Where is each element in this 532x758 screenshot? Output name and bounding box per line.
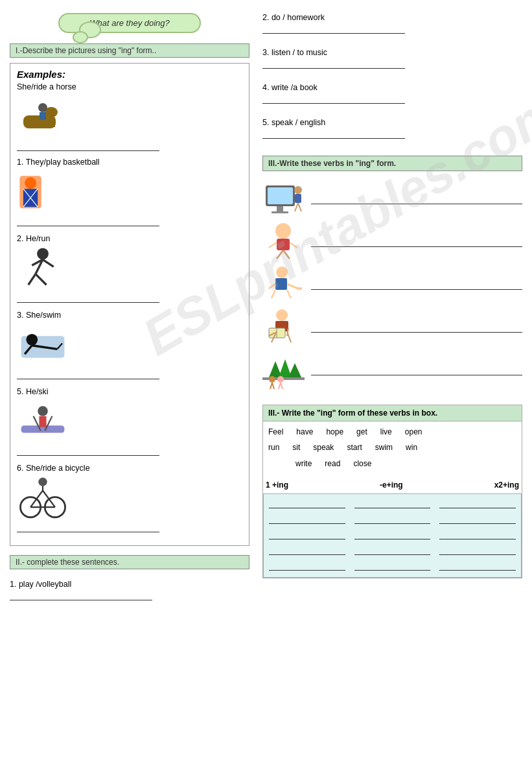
right-answer-3[interactable] bbox=[262, 60, 405, 69]
verb-sit: sit bbox=[292, 441, 300, 454]
figure-basketball bbox=[17, 169, 69, 215]
right-answer-2[interactable] bbox=[262, 25, 405, 34]
right-sentence-2: 2. do / homework bbox=[262, 13, 522, 34]
svg-line-17 bbox=[43, 259, 54, 266]
svg-point-35 bbox=[38, 477, 47, 486]
basketball-svg bbox=[17, 169, 68, 215]
verb-row-4 bbox=[262, 309, 522, 348]
svg-line-52 bbox=[287, 284, 298, 289]
svg-point-9 bbox=[25, 177, 36, 189]
verb-answer-4[interactable] bbox=[311, 324, 522, 333]
verbs-table: Feel have hope get live open run sit spe… bbox=[263, 421, 522, 474]
verb-row-5 bbox=[262, 351, 522, 390]
answer-2b[interactable] bbox=[354, 515, 431, 524]
item-6-answer[interactable] bbox=[17, 523, 159, 532]
verb-answer-1[interactable] bbox=[311, 195, 522, 204]
item-6-text: 6. She/ride a bicycle bbox=[17, 464, 242, 473]
answer-4a[interactable] bbox=[269, 546, 345, 555]
answer-5a[interactable] bbox=[269, 562, 345, 571]
right-sentence-3: 3. listen / to music bbox=[262, 48, 522, 69]
answer-1c[interactable] bbox=[439, 499, 516, 508]
item-1-answer[interactable] bbox=[17, 217, 159, 226]
right-sentence-5: 5. speak / english bbox=[262, 118, 522, 139]
right-column: 2. do / homework 3. listen / to music 4.… bbox=[256, 13, 522, 745]
item-6: 6. She/ride a bicycle bbox=[17, 464, 242, 532]
answer-1a[interactable] bbox=[269, 499, 345, 508]
verb-answer-5[interactable] bbox=[311, 366, 522, 375]
verb-close: close bbox=[353, 457, 371, 470]
answer-4b[interactable] bbox=[354, 546, 431, 555]
answer-box bbox=[263, 493, 522, 578]
think-svg bbox=[262, 223, 305, 262]
horse-svg bbox=[20, 96, 65, 138]
examples-title: Examples: bbox=[17, 69, 242, 80]
figure-write bbox=[262, 266, 305, 305]
section4-box: III.- Write the "ing" form of these verb… bbox=[262, 405, 522, 578]
figure-think bbox=[262, 223, 305, 262]
figure-tv bbox=[262, 180, 305, 219]
item-2: 2. He/run bbox=[17, 234, 242, 303]
write-svg bbox=[262, 266, 305, 305]
verb-answer-2[interactable] bbox=[311, 238, 522, 247]
svg-rect-26 bbox=[39, 416, 46, 427]
svg-marker-67 bbox=[288, 363, 301, 377]
answer-2c[interactable] bbox=[439, 515, 516, 524]
svg-point-20 bbox=[26, 334, 38, 346]
svg-line-46 bbox=[277, 250, 283, 259]
svg-line-42 bbox=[295, 203, 298, 211]
answer-row-4 bbox=[269, 546, 516, 555]
answer-1b[interactable] bbox=[354, 499, 431, 508]
svg-rect-37 bbox=[268, 187, 293, 204]
svg-point-6 bbox=[38, 103, 47, 112]
sentence-1: 1. play /volleyball bbox=[10, 580, 249, 600]
answer-4c[interactable] bbox=[439, 546, 516, 555]
svg-line-47 bbox=[283, 250, 290, 259]
examples-box: Examples: She/ride a horse bbox=[10, 63, 249, 546]
svg-line-43 bbox=[298, 203, 301, 211]
answer-row-2 bbox=[269, 515, 516, 524]
left-column: What are they doing? I.-Describe the pic… bbox=[10, 13, 249, 745]
verb-have: have bbox=[296, 425, 313, 438]
verb-get: get bbox=[356, 425, 367, 438]
item-3-answer[interactable] bbox=[17, 370, 159, 379]
svg-point-25 bbox=[38, 406, 48, 416]
answer-3b[interactable] bbox=[354, 530, 431, 539]
item-5-answer[interactable] bbox=[17, 447, 159, 456]
verb-answer-3[interactable] bbox=[311, 281, 522, 290]
answer-5c[interactable] bbox=[439, 562, 516, 571]
figure-horse bbox=[17, 94, 69, 139]
section3-label: III.-Write these verbs in "ing" form. bbox=[262, 156, 522, 171]
right-answer-4[interactable] bbox=[262, 95, 405, 104]
swim-svg bbox=[17, 322, 68, 368]
item-3-text: 3. She/swim bbox=[17, 311, 242, 320]
figure-bicycle bbox=[17, 475, 69, 521]
svg-rect-45 bbox=[277, 239, 290, 250]
item-5: 5. He/ski bbox=[17, 387, 242, 456]
answer-row-1 bbox=[269, 499, 516, 508]
answer-3a[interactable] bbox=[269, 530, 345, 539]
right-answer-5[interactable] bbox=[262, 130, 405, 139]
page: What are they doing? I.-Describe the pic… bbox=[0, 0, 532, 758]
verbs-row-2: run sit speak start swim win bbox=[268, 441, 516, 454]
example-answer-line[interactable] bbox=[17, 142, 159, 151]
item-2-answer[interactable] bbox=[17, 294, 159, 303]
svg-line-16 bbox=[36, 274, 47, 285]
svg-line-15 bbox=[29, 274, 36, 285]
example-text: She/ride a horse bbox=[17, 82, 242, 91]
verb-images-area bbox=[262, 180, 522, 390]
section1-label: I.-Describe the pictures using "ing" for… bbox=[10, 43, 249, 58]
item-2-text: 2. He/run bbox=[17, 234, 242, 243]
answer-5b[interactable] bbox=[354, 562, 431, 571]
cat-x2-ing: x2+ing bbox=[494, 480, 519, 490]
sentence-1-answer[interactable] bbox=[10, 591, 152, 600]
answer-3c[interactable] bbox=[439, 530, 516, 539]
verb-feel: Feel bbox=[268, 425, 283, 438]
svg-line-71 bbox=[272, 383, 274, 389]
svg-rect-5 bbox=[33, 117, 36, 127]
svg-rect-41 bbox=[295, 194, 301, 203]
answer-2a[interactable] bbox=[269, 515, 345, 524]
verb-read: read bbox=[325, 457, 340, 470]
item-5-text: 5. He/ski bbox=[17, 387, 242, 396]
category-row: 1 +ing -e+ing x2+ing bbox=[263, 479, 522, 491]
cloud-title: What are they doing? bbox=[58, 13, 201, 33]
